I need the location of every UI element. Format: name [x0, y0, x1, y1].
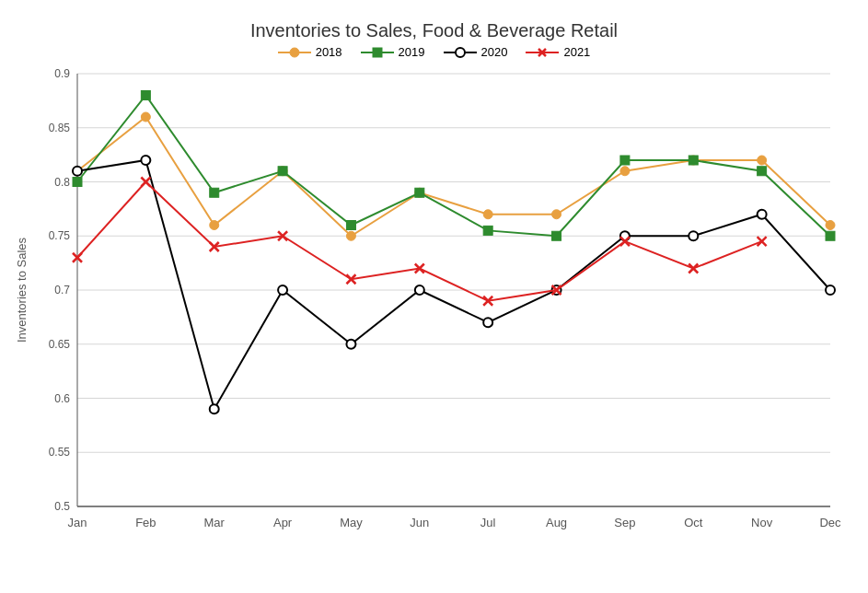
svg-point-76: [757, 210, 766, 219]
svg-text:Oct: Oct: [684, 516, 703, 529]
chart-title: Inventories to Sales, Food & Beverage Re…: [11, 11, 858, 41]
svg-text:Mar: Mar: [203, 516, 225, 529]
svg-rect-55: [141, 91, 150, 100]
svg-text:Jun: Jun: [410, 516, 429, 529]
svg-rect-63: [689, 156, 698, 165]
svg-text:0.9: 0.9: [54, 67, 70, 80]
legend-label-2020: 2020: [481, 45, 508, 59]
legend-label-2019: 2019: [399, 45, 425, 59]
svg-point-66: [73, 167, 82, 176]
svg-text:0.5: 0.5: [54, 500, 70, 513]
svg-text:0.65: 0.65: [48, 338, 70, 351]
svg-point-77: [826, 285, 835, 295]
chart-svg: 0.50.550.60.650.70.750.80.850.9JanFebMar…: [11, 64, 858, 552]
svg-rect-60: [483, 226, 492, 235]
svg-point-75: [689, 231, 698, 240]
svg-rect-3: [373, 48, 382, 57]
svg-text:0.6: 0.6: [54, 392, 70, 405]
svg-rect-59: [414, 188, 423, 197]
svg-rect-58: [346, 221, 355, 230]
svg-rect-62: [619, 156, 629, 165]
svg-point-53: [826, 221, 835, 230]
svg-point-67: [141, 156, 150, 165]
svg-rect-64: [757, 167, 766, 176]
svg-point-50: [619, 167, 629, 176]
svg-rect-56: [209, 188, 218, 197]
svg-text:Jul: Jul: [480, 516, 495, 529]
svg-point-1: [290, 48, 299, 57]
svg-text:0.75: 0.75: [48, 229, 70, 242]
svg-text:Dec: Dec: [819, 516, 841, 529]
svg-text:Jan: Jan: [67, 516, 87, 529]
svg-point-71: [414, 285, 423, 295]
legend-item-2020: 2020: [444, 45, 508, 59]
svg-point-49: [551, 210, 561, 219]
svg-text:0.7: 0.7: [54, 284, 70, 296]
svg-text:0.8: 0.8: [54, 176, 70, 189]
chart-legend: 2018 2019 2020 2021: [11, 45, 858, 59]
svg-text:Sep: Sep: [614, 516, 635, 529]
svg-rect-65: [826, 231, 835, 240]
svg-rect-61: [551, 231, 561, 240]
svg-text:0.55: 0.55: [48, 446, 70, 459]
svg-text:Feb: Feb: [135, 516, 156, 529]
svg-rect-57: [278, 167, 287, 176]
svg-rect-54: [73, 178, 82, 187]
legend-label-2018: 2018: [316, 45, 342, 59]
svg-point-5: [456, 48, 465, 57]
svg-point-68: [209, 404, 218, 413]
svg-point-70: [346, 340, 355, 349]
svg-point-69: [278, 285, 287, 295]
svg-text:Inventories to Sales: Inventories to Sales: [15, 237, 29, 343]
svg-point-48: [483, 210, 492, 219]
svg-text:Aug: Aug: [545, 516, 566, 529]
legend-item-2019: 2019: [361, 45, 425, 59]
svg-text:0.85: 0.85: [48, 122, 70, 134]
legend-item-2021: 2021: [526, 45, 590, 59]
chart-container: Inventories to Sales, Food & Beverage Re…: [11, 11, 858, 582]
svg-point-46: [346, 231, 355, 240]
legend-label-2021: 2021: [563, 45, 590, 59]
svg-text:Apr: Apr: [272, 516, 292, 529]
svg-point-52: [757, 156, 766, 165]
svg-point-44: [209, 221, 218, 230]
legend-item-2018: 2018: [278, 45, 342, 59]
svg-point-72: [483, 318, 492, 327]
svg-point-43: [141, 112, 150, 122]
svg-text:Nov: Nov: [751, 516, 773, 529]
svg-text:May: May: [340, 516, 363, 529]
